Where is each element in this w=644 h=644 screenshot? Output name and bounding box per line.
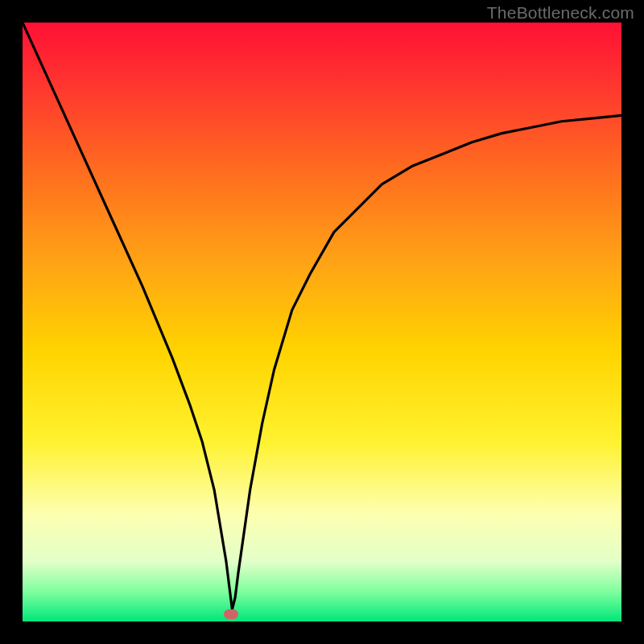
- bottleneck-curve: [23, 23, 621, 621]
- optimal-marker: [224, 609, 238, 619]
- plot-area: [23, 23, 621, 621]
- watermark-text: TheBottleneck.com: [487, 3, 634, 23]
